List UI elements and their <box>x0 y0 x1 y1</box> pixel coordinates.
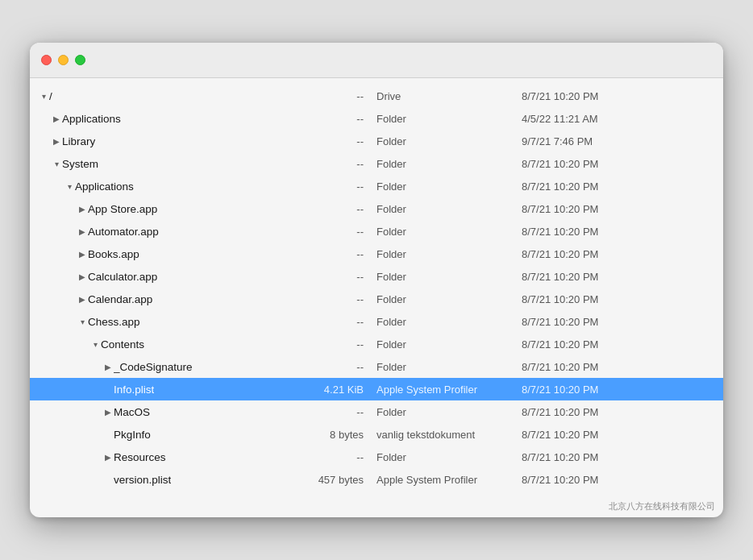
row-date-applications-system: 8/7/21 10:20 PM <box>522 180 715 193</box>
row-size-infoplist: 4.21 KiB <box>312 384 376 396</box>
finder-window: ▾/--Drive8/7/21 10:20 PM▶Applications--F… <box>30 43 723 517</box>
file-row-applications-root[interactable]: ▶Applications--Folder4/5/22 11:21 AM <box>30 107 723 130</box>
row-name-chess: ▾Chess.app <box>38 316 312 328</box>
name-text-codesig: _CodeSignature <box>114 361 193 373</box>
chevron-books[interactable]: ▶ <box>77 250 88 259</box>
row-name-library: ▶Library <box>38 135 312 147</box>
chevron-automator[interactable]: ▶ <box>77 227 88 236</box>
file-row-calculator[interactable]: ▶Calculator.app--Folder8/7/21 10:20 PM <box>30 265 723 288</box>
name-text-versionplist: version.plist <box>114 474 171 486</box>
row-kind-versionplist: Apple System Profiler <box>376 474 522 486</box>
file-row-library[interactable]: ▶Library--Folder9/7/21 7:46 PM <box>30 130 723 152</box>
row-kind-calendar: Folder <box>376 293 522 305</box>
row-name-resources: ▶Resources <box>38 451 312 463</box>
file-row-applications-system[interactable]: ▾Applications--Folder8/7/21 10:20 PM <box>30 175 723 197</box>
file-row-versionplist[interactable]: version.plist457 bytesApple System Profi… <box>30 468 723 491</box>
row-date-applications-root: 4/5/22 11:21 AM <box>522 113 715 125</box>
row-date-root: 8/7/21 10:20 PM <box>522 90 715 102</box>
row-name-codesig: ▶_CodeSignature <box>38 361 312 373</box>
file-row-contents[interactable]: ▾Contents--Folder8/7/21 10:20 PM <box>30 333 723 355</box>
chevron-calculator[interactable]: ▶ <box>77 272 88 281</box>
row-date-system: 8/7/21 10:20 PM <box>522 158 715 170</box>
row-kind-applications-root: Folder <box>376 113 522 125</box>
name-text-library: Library <box>62 135 95 147</box>
row-name-calculator: ▶Calculator.app <box>38 271 312 283</box>
row-size-resources: -- <box>312 451 376 463</box>
file-row-calendar[interactable]: ▶Calendar.app--Folder8/7/21 10:20 PM <box>30 288 723 310</box>
row-size-calendar: -- <box>312 293 376 305</box>
row-date-contents: 8/7/21 10:20 PM <box>522 338 715 351</box>
row-name-applications-root: ▶Applications <box>38 113 312 125</box>
maximize-button[interactable] <box>75 55 85 65</box>
row-date-infoplist: 8/7/21 10:20 PM <box>522 384 715 396</box>
row-kind-system: Folder <box>376 158 522 170</box>
file-row-appstore[interactable]: ▶App Store.app--Folder8/7/21 10:20 PM <box>30 197 723 220</box>
minimize-button[interactable] <box>58 55 69 65</box>
row-date-calendar: 8/7/21 10:20 PM <box>522 293 715 305</box>
file-row-system[interactable]: ▾System--Folder8/7/21 10:20 PM <box>30 152 723 175</box>
row-size-applications-system: -- <box>312 180 376 193</box>
name-text-applications-root: Applications <box>62 113 121 125</box>
row-kind-macos: Folder <box>376 406 522 418</box>
row-kind-automator: Folder <box>376 226 522 238</box>
name-text-infoplist: Info.plist <box>114 384 154 396</box>
row-date-resources: 8/7/21 10:20 PM <box>522 451 715 463</box>
name-text-calculator: Calculator.app <box>88 271 157 283</box>
chevron-applications-root[interactable]: ▶ <box>51 114 62 123</box>
row-size-automator: -- <box>312 226 376 238</box>
name-text-resources: Resources <box>114 451 166 463</box>
row-name-contents: ▾Contents <box>38 338 312 351</box>
file-row-automator[interactable]: ▶Automator.app--Folder8/7/21 10:20 PM <box>30 220 723 243</box>
row-size-root: -- <box>312 90 376 102</box>
file-row-root[interactable]: ▾/--Drive8/7/21 10:20 PM <box>30 85 723 107</box>
row-size-versionplist: 457 bytes <box>312 474 376 486</box>
file-row-chess[interactable]: ▾Chess.app--Folder8/7/21 10:20 PM <box>30 310 723 333</box>
row-name-automator: ▶Automator.app <box>38 226 312 238</box>
chevron-resources[interactable]: ▶ <box>102 453 114 462</box>
chevron-library[interactable]: ▶ <box>51 137 62 146</box>
name-text-applications-system: Applications <box>75 180 134 193</box>
row-size-macos: -- <box>312 406 376 418</box>
row-kind-books: Folder <box>376 248 522 260</box>
name-text-pkginfo: PkgInfo <box>114 429 151 441</box>
name-text-books: Books.app <box>88 248 139 260</box>
row-size-appstore: -- <box>312 203 376 215</box>
close-button[interactable] <box>41 55 52 65</box>
file-row-macos[interactable]: ▶MacOS--Folder8/7/21 10:20 PM <box>30 400 723 423</box>
chevron-chess[interactable]: ▾ <box>77 317 88 326</box>
row-size-chess: -- <box>312 316 376 328</box>
chevron-calendar[interactable]: ▶ <box>77 295 88 304</box>
row-name-calendar: ▶Calendar.app <box>38 293 312 305</box>
name-text-chess: Chess.app <box>88 316 140 328</box>
file-row-pkginfo[interactable]: PkgInfo8 bytesvanlig tekstdokument8/7/21… <box>30 423 723 446</box>
titlebar <box>30 43 723 78</box>
row-size-books: -- <box>312 248 376 260</box>
row-name-system: ▾System <box>38 158 312 170</box>
file-row-infoplist[interactable]: Info.plist4.21 KiBApple System Profiler8… <box>30 378 723 400</box>
row-name-versionplist: version.plist <box>38 474 312 486</box>
file-row-codesig[interactable]: ▶_CodeSignature--Folder8/7/21 10:20 PM <box>30 355 723 378</box>
row-name-macos: ▶MacOS <box>38 406 312 418</box>
chevron-macos[interactable]: ▶ <box>102 408 114 417</box>
chevron-root[interactable]: ▾ <box>38 92 49 101</box>
name-text-appstore: App Store.app <box>88 203 157 215</box>
row-kind-root: Drive <box>376 90 522 102</box>
file-list: ▾/--Drive8/7/21 10:20 PM▶Applications--F… <box>30 78 723 497</box>
row-date-calculator: 8/7/21 10:20 PM <box>522 271 715 283</box>
row-kind-resources: Folder <box>376 451 522 463</box>
chevron-system[interactable]: ▾ <box>51 160 62 168</box>
chevron-codesig[interactable]: ▶ <box>102 363 114 371</box>
row-name-root: ▾/ <box>38 90 312 102</box>
name-text-root: / <box>49 90 52 102</box>
chevron-contents[interactable]: ▾ <box>89 340 101 349</box>
row-size-calculator: -- <box>312 271 376 283</box>
chevron-applications-system[interactable]: ▾ <box>64 182 75 191</box>
row-date-versionplist: 8/7/21 10:20 PM <box>522 474 715 486</box>
file-row-resources[interactable]: ▶Resources--Folder8/7/21 10:20 PM <box>30 446 723 468</box>
row-size-library: -- <box>312 135 376 147</box>
row-size-applications-root: -- <box>312 113 376 125</box>
chevron-appstore[interactable]: ▶ <box>77 205 88 214</box>
file-row-books[interactable]: ▶Books.app--Folder8/7/21 10:20 PM <box>30 243 723 265</box>
row-size-system: -- <box>312 158 376 170</box>
row-name-appstore: ▶App Store.app <box>38 203 312 215</box>
